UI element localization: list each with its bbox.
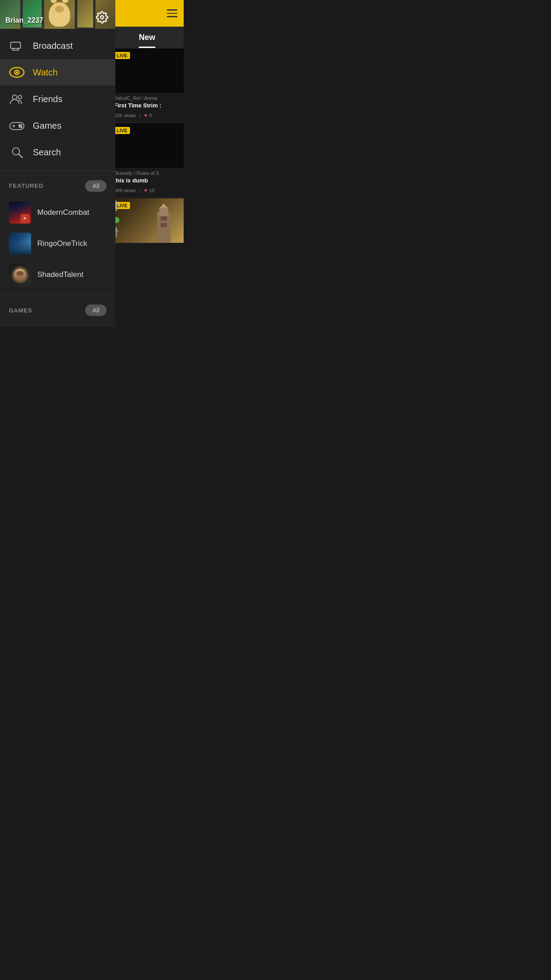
nav-menu: Broadcast Watch	[0, 29, 115, 169]
hamburger-menu-button[interactable]	[167, 9, 177, 17]
stream-cards-list: LIVE RahulC_Rel / Arena First Time Strim…	[110, 48, 184, 327]
stream-views-2: 589 views	[114, 188, 136, 193]
svg-point-15	[21, 125, 22, 126]
svg-point-14	[21, 126, 22, 128]
settings-button[interactable]	[94, 9, 110, 25]
gear-icon	[96, 11, 108, 24]
stream-thumbnail-2: LIVE	[110, 123, 184, 168]
stream-game-2: Rules of S	[137, 170, 159, 176]
svg-marker-29	[115, 200, 117, 203]
svg-marker-32	[115, 227, 117, 229]
new-tab-label: New	[139, 33, 155, 48]
heart-icon-1: ♥	[144, 112, 147, 119]
stream-info-1: RahulC_Rel / Arena First Time Strim : 15…	[110, 93, 184, 122]
watch-label: Watch	[33, 67, 58, 78]
svg-point-16	[19, 126, 20, 128]
featured-all-button[interactable]: All	[85, 180, 106, 192]
stream-info-2: Bluexidy / Rules of S this is dumb 589 v…	[110, 168, 184, 197]
stream-channel-2: Bluexidy / Rules of S	[114, 170, 180, 176]
svg-point-7	[16, 71, 18, 74]
sidebar-item-friends[interactable]: Friends	[0, 86, 115, 112]
broadcast-icon	[9, 40, 25, 52]
stream-thumbnail-1: LIVE	[110, 48, 184, 93]
games-icon	[9, 119, 25, 132]
games-all-button[interactable]: All	[85, 304, 106, 316]
sidebar-item-search[interactable]: Search	[0, 139, 115, 166]
games-title: GAMES	[9, 307, 32, 314]
friends-icon	[9, 93, 25, 105]
live-badge-2: LIVE	[114, 127, 130, 134]
featured-item-modern-combat[interactable]: A ModernCombat	[9, 197, 106, 228]
search-label: Search	[33, 147, 61, 158]
sidebar-item-watch[interactable]: Watch	[0, 59, 115, 86]
stream-card-1[interactable]: LIVE RahulC_Rel / Arena First Time Strim…	[110, 48, 184, 122]
games-section: GAMES All	[0, 299, 115, 327]
heart-icon-2: ♥	[144, 187, 147, 194]
new-tab[interactable]: New	[110, 27, 184, 48]
svg-rect-24	[163, 216, 167, 221]
stream-title-2: this is dumb	[114, 177, 180, 185]
building-svg	[144, 203, 184, 243]
featured-item-ringo[interactable]: RingoOneTrick	[9, 228, 106, 259]
stream-stats-1: 156 views | ♥ 0	[114, 112, 180, 119]
ringo-name: RingoOneTrick	[37, 239, 87, 248]
left-sidebar: Brian_2237 Broa	[0, 0, 115, 327]
svg-point-9	[18, 95, 22, 99]
stream-card-3[interactable]: LIVE	[110, 198, 184, 243]
svg-point-22	[162, 204, 165, 207]
games-label: Games	[33, 121, 61, 131]
modern-combat-avatar: A	[9, 202, 31, 224]
svg-rect-26	[163, 223, 167, 227]
hero-username: Brian_2237	[5, 16, 43, 24]
svg-rect-1	[11, 42, 20, 48]
svg-point-8	[12, 95, 17, 99]
featured-title: FEATURED	[9, 182, 43, 189]
search-icon	[9, 146, 25, 158]
stream-views-1: 156 views	[114, 113, 136, 118]
ringo-avatar	[9, 233, 31, 255]
friends-label: Friends	[33, 94, 63, 104]
shaded-avatar	[9, 264, 31, 286]
featured-item-shaded[interactable]: ShadedTalent	[9, 259, 106, 290]
hamburger-line-1	[167, 9, 177, 11]
stream-title-1: First Time Strim :	[114, 102, 180, 110]
sidebar-item-broadcast[interactable]: Broadcast	[0, 32, 115, 59]
stream-thumbnail-3: LIVE	[110, 198, 184, 243]
stream-game-1: Arena	[144, 95, 157, 101]
stream-card-2[interactable]: LIVE Bluexidy / Rules of S this is dumb …	[110, 123, 184, 198]
watch-icon	[9, 66, 25, 79]
svg-point-0	[101, 16, 104, 19]
modern-combat-name: ModernCombat	[37, 208, 89, 217]
stream-likes-2: ♥ 10	[144, 187, 154, 194]
hamburger-line-2	[167, 13, 177, 14]
svg-rect-20	[159, 207, 168, 216]
topbar	[110, 0, 184, 27]
right-panel: New LIVE RahulC_Rel / Arena First Time S…	[110, 0, 184, 327]
broadcast-label: Broadcast	[33, 41, 73, 51]
stream-stats-2: 589 views | ♥ 10	[114, 187, 180, 194]
featured-section: FEATURED All A ModernCombat	[0, 173, 115, 294]
stream-channel-1: RahulC_Rel / Arena	[114, 95, 180, 101]
phone-left	[20, 0, 44, 29]
hero-image-area: Brian_2237	[0, 0, 115, 29]
sidebar-item-games[interactable]: Games	[0, 112, 115, 139]
hamburger-line-3	[167, 16, 177, 17]
stream-likes-1: ♥ 0	[144, 112, 152, 119]
live-badge-1: LIVE	[114, 52, 130, 59]
svg-point-13	[19, 125, 20, 126]
phone-right	[75, 0, 96, 29]
shaded-talent-name: ShadedTalent	[37, 270, 83, 279]
svg-line-18	[19, 154, 22, 158]
